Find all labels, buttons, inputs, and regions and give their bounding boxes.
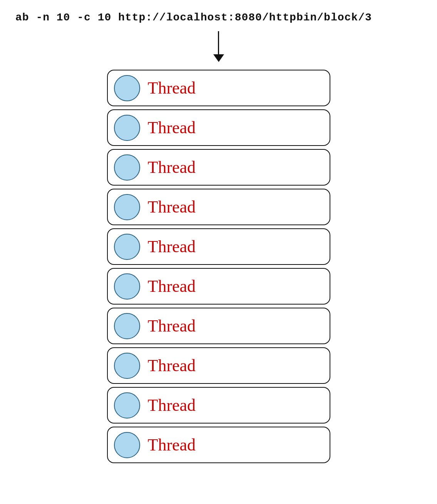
thread-box: Thread — [107, 228, 330, 265]
thread-label: Thread — [148, 78, 196, 98]
thread-label: Thread — [148, 395, 196, 415]
thread-circle — [114, 234, 140, 260]
thread-label: Thread — [148, 237, 196, 256]
thread-circle — [114, 313, 140, 339]
thread-label: Thread — [148, 435, 196, 455]
threads-container: ThreadThreadThreadThreadThreadThreadThre… — [107, 70, 330, 463]
command-text: ab -n 10 -c 10 http://localhost:8080/htt… — [15, 12, 372, 23]
thread-circle — [114, 392, 140, 419]
thread-circle — [114, 353, 140, 379]
thread-box: Thread — [107, 149, 330, 186]
thread-box: Thread — [107, 189, 330, 225]
thread-label: Thread — [148, 276, 196, 296]
thread-label: Thread — [148, 157, 196, 177]
thread-label: Thread — [148, 118, 196, 137]
thread-box: Thread — [107, 427, 330, 463]
arrow-line — [218, 31, 219, 54]
thread-circle — [114, 273, 140, 300]
thread-box: Thread — [107, 347, 330, 384]
thread-circle — [114, 194, 140, 220]
thread-box: Thread — [107, 268, 330, 305]
thread-box: Thread — [107, 109, 330, 146]
thread-circle — [114, 154, 140, 181]
arrow-down — [213, 31, 224, 62]
thread-box: Thread — [107, 387, 330, 424]
thread-box: Thread — [107, 70, 330, 106]
thread-label: Thread — [148, 316, 196, 336]
thread-circle — [114, 115, 140, 141]
arrow-head — [213, 54, 224, 62]
thread-label: Thread — [148, 356, 196, 375]
thread-box: Thread — [107, 308, 330, 344]
thread-label: Thread — [148, 197, 196, 217]
thread-circle — [114, 75, 140, 101]
thread-circle — [114, 432, 140, 458]
